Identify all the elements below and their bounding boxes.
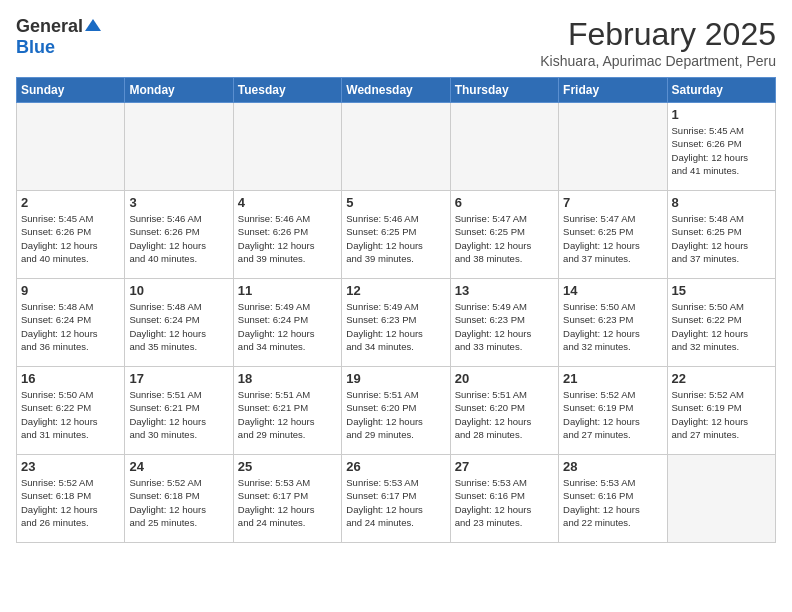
day-info: Sunrise: 5:52 AM Sunset: 6:19 PM Dayligh… — [672, 388, 771, 441]
day-cell: 6Sunrise: 5:47 AM Sunset: 6:25 PM Daylig… — [450, 191, 558, 279]
day-number: 15 — [672, 283, 771, 298]
day-info: Sunrise: 5:45 AM Sunset: 6:26 PM Dayligh… — [21, 212, 120, 265]
day-cell — [450, 103, 558, 191]
col-header-thursday: Thursday — [450, 78, 558, 103]
day-cell: 7Sunrise: 5:47 AM Sunset: 6:25 PM Daylig… — [559, 191, 667, 279]
day-number: 3 — [129, 195, 228, 210]
day-cell — [17, 103, 125, 191]
col-header-sunday: Sunday — [17, 78, 125, 103]
day-number: 19 — [346, 371, 445, 386]
day-cell: 8Sunrise: 5:48 AM Sunset: 6:25 PM Daylig… — [667, 191, 775, 279]
day-number: 24 — [129, 459, 228, 474]
day-cell: 18Sunrise: 5:51 AM Sunset: 6:21 PM Dayli… — [233, 367, 341, 455]
month-title: February 2025 — [540, 16, 776, 53]
day-info: Sunrise: 5:51 AM Sunset: 6:20 PM Dayligh… — [346, 388, 445, 441]
day-info: Sunrise: 5:46 AM Sunset: 6:26 PM Dayligh… — [238, 212, 337, 265]
day-cell: 1Sunrise: 5:45 AM Sunset: 6:26 PM Daylig… — [667, 103, 775, 191]
day-cell — [559, 103, 667, 191]
col-header-wednesday: Wednesday — [342, 78, 450, 103]
day-info: Sunrise: 5:47 AM Sunset: 6:25 PM Dayligh… — [563, 212, 662, 265]
day-cell: 24Sunrise: 5:52 AM Sunset: 6:18 PM Dayli… — [125, 455, 233, 543]
day-cell: 28Sunrise: 5:53 AM Sunset: 6:16 PM Dayli… — [559, 455, 667, 543]
day-cell: 27Sunrise: 5:53 AM Sunset: 6:16 PM Dayli… — [450, 455, 558, 543]
title-block: February 2025 Kishuara, Apurimac Departm… — [540, 16, 776, 69]
day-number: 4 — [238, 195, 337, 210]
day-cell: 3Sunrise: 5:46 AM Sunset: 6:26 PM Daylig… — [125, 191, 233, 279]
svg-marker-0 — [85, 19, 101, 31]
day-cell: 10Sunrise: 5:48 AM Sunset: 6:24 PM Dayli… — [125, 279, 233, 367]
day-cell: 9Sunrise: 5:48 AM Sunset: 6:24 PM Daylig… — [17, 279, 125, 367]
day-cell: 22Sunrise: 5:52 AM Sunset: 6:19 PM Dayli… — [667, 367, 775, 455]
day-cell: 21Sunrise: 5:52 AM Sunset: 6:19 PM Dayli… — [559, 367, 667, 455]
day-cell: 12Sunrise: 5:49 AM Sunset: 6:23 PM Dayli… — [342, 279, 450, 367]
logo-blue-text: Blue — [16, 37, 55, 58]
col-header-friday: Friday — [559, 78, 667, 103]
page-header: General Blue February 2025 Kishuara, Apu… — [16, 16, 776, 69]
day-info: Sunrise: 5:45 AM Sunset: 6:26 PM Dayligh… — [672, 124, 771, 177]
day-info: Sunrise: 5:46 AM Sunset: 6:26 PM Dayligh… — [129, 212, 228, 265]
logo-general-text: General — [16, 16, 83, 37]
location-text: Kishuara, Apurimac Department, Peru — [540, 53, 776, 69]
day-cell — [342, 103, 450, 191]
day-info: Sunrise: 5:47 AM Sunset: 6:25 PM Dayligh… — [455, 212, 554, 265]
week-row-5: 23Sunrise: 5:52 AM Sunset: 6:18 PM Dayli… — [17, 455, 776, 543]
day-cell — [233, 103, 341, 191]
day-number: 18 — [238, 371, 337, 386]
day-info: Sunrise: 5:52 AM Sunset: 6:18 PM Dayligh… — [21, 476, 120, 529]
day-info: Sunrise: 5:53 AM Sunset: 6:16 PM Dayligh… — [455, 476, 554, 529]
day-number: 21 — [563, 371, 662, 386]
week-row-3: 9Sunrise: 5:48 AM Sunset: 6:24 PM Daylig… — [17, 279, 776, 367]
day-info: Sunrise: 5:50 AM Sunset: 6:22 PM Dayligh… — [21, 388, 120, 441]
day-info: Sunrise: 5:52 AM Sunset: 6:19 PM Dayligh… — [563, 388, 662, 441]
day-info: Sunrise: 5:53 AM Sunset: 6:16 PM Dayligh… — [563, 476, 662, 529]
day-number: 9 — [21, 283, 120, 298]
day-info: Sunrise: 5:51 AM Sunset: 6:21 PM Dayligh… — [129, 388, 228, 441]
day-number: 27 — [455, 459, 554, 474]
day-info: Sunrise: 5:48 AM Sunset: 6:24 PM Dayligh… — [21, 300, 120, 353]
week-row-1: 1Sunrise: 5:45 AM Sunset: 6:26 PM Daylig… — [17, 103, 776, 191]
day-cell: 4Sunrise: 5:46 AM Sunset: 6:26 PM Daylig… — [233, 191, 341, 279]
day-cell: 13Sunrise: 5:49 AM Sunset: 6:23 PM Dayli… — [450, 279, 558, 367]
day-info: Sunrise: 5:53 AM Sunset: 6:17 PM Dayligh… — [346, 476, 445, 529]
day-cell: 23Sunrise: 5:52 AM Sunset: 6:18 PM Dayli… — [17, 455, 125, 543]
day-number: 13 — [455, 283, 554, 298]
col-header-saturday: Saturday — [667, 78, 775, 103]
day-number: 8 — [672, 195, 771, 210]
day-info: Sunrise: 5:53 AM Sunset: 6:17 PM Dayligh… — [238, 476, 337, 529]
day-info: Sunrise: 5:46 AM Sunset: 6:25 PM Dayligh… — [346, 212, 445, 265]
day-number: 22 — [672, 371, 771, 386]
day-number: 1 — [672, 107, 771, 122]
day-cell: 26Sunrise: 5:53 AM Sunset: 6:17 PM Dayli… — [342, 455, 450, 543]
day-info: Sunrise: 5:50 AM Sunset: 6:22 PM Dayligh… — [672, 300, 771, 353]
day-cell: 25Sunrise: 5:53 AM Sunset: 6:17 PM Dayli… — [233, 455, 341, 543]
day-cell: 15Sunrise: 5:50 AM Sunset: 6:22 PM Dayli… — [667, 279, 775, 367]
day-number: 14 — [563, 283, 662, 298]
day-headers-row: SundayMondayTuesdayWednesdayThursdayFrid… — [17, 78, 776, 103]
day-number: 2 — [21, 195, 120, 210]
week-row-4: 16Sunrise: 5:50 AM Sunset: 6:22 PM Dayli… — [17, 367, 776, 455]
day-number: 23 — [21, 459, 120, 474]
week-row-2: 2Sunrise: 5:45 AM Sunset: 6:26 PM Daylig… — [17, 191, 776, 279]
day-number: 6 — [455, 195, 554, 210]
day-info: Sunrise: 5:52 AM Sunset: 6:18 PM Dayligh… — [129, 476, 228, 529]
day-info: Sunrise: 5:51 AM Sunset: 6:20 PM Dayligh… — [455, 388, 554, 441]
day-info: Sunrise: 5:50 AM Sunset: 6:23 PM Dayligh… — [563, 300, 662, 353]
logo-icon — [85, 17, 101, 33]
day-info: Sunrise: 5:48 AM Sunset: 6:25 PM Dayligh… — [672, 212, 771, 265]
day-number: 12 — [346, 283, 445, 298]
day-info: Sunrise: 5:49 AM Sunset: 6:23 PM Dayligh… — [346, 300, 445, 353]
day-cell: 20Sunrise: 5:51 AM Sunset: 6:20 PM Dayli… — [450, 367, 558, 455]
day-cell: 2Sunrise: 5:45 AM Sunset: 6:26 PM Daylig… — [17, 191, 125, 279]
day-number: 7 — [563, 195, 662, 210]
day-number: 28 — [563, 459, 662, 474]
day-number: 26 — [346, 459, 445, 474]
day-number: 17 — [129, 371, 228, 386]
day-info: Sunrise: 5:48 AM Sunset: 6:24 PM Dayligh… — [129, 300, 228, 353]
day-cell — [667, 455, 775, 543]
day-number: 10 — [129, 283, 228, 298]
day-cell: 19Sunrise: 5:51 AM Sunset: 6:20 PM Dayli… — [342, 367, 450, 455]
day-number: 11 — [238, 283, 337, 298]
day-info: Sunrise: 5:51 AM Sunset: 6:21 PM Dayligh… — [238, 388, 337, 441]
day-number: 20 — [455, 371, 554, 386]
day-number: 25 — [238, 459, 337, 474]
